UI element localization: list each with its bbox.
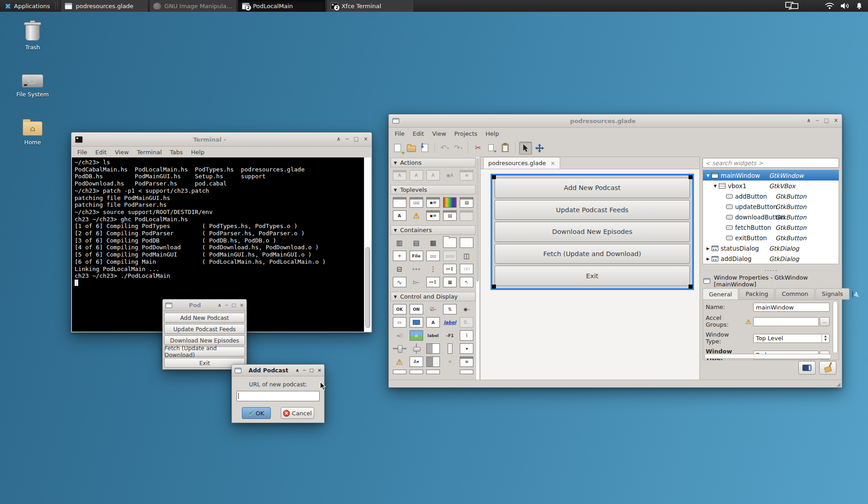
- desktop-icon-trash[interactable]: Trash: [12, 20, 53, 51]
- glade-titlebar[interactable]: podresources.glade ∧ ─ □ ×: [389, 114, 842, 128]
- pod-button-update-podcast-feeds[interactable]: Update Podcast Feeds: [164, 324, 245, 334]
- tree-row-vbox1[interactable]: ▼vbox1GtkVBox: [703, 181, 839, 191]
- accel-groups-field[interactable]: [753, 317, 819, 326]
- tree-row-exitButton[interactable]: exitButtonGtkButton: [703, 233, 839, 243]
- about-dialog-icon[interactable]: ▪≡: [426, 210, 440, 221]
- expander-icon[interactable]: ▼: [712, 184, 718, 188]
- progressbar-icon[interactable]: [426, 343, 440, 354]
- desktop-icon-home[interactable]: ⌂Home: [12, 117, 53, 146]
- cleanup-button[interactable]: [819, 361, 836, 375]
- expander-icon[interactable]: ▶: [705, 257, 711, 261]
- hbox-icon[interactable]: ▥: [393, 238, 406, 248]
- drag-handle[interactable]: [689, 175, 693, 179]
- menu-item-view[interactable]: View: [111, 148, 133, 157]
- tree-row-downloadButton[interactable]: downloadButtonGtkButton: [703, 212, 839, 222]
- rollup-icon[interactable]: ∧: [217, 303, 222, 308]
- action-list-icon[interactable]: ≡: [460, 170, 473, 181]
- maximize-icon[interactable]: □: [309, 368, 314, 373]
- tree-row-addDialog[interactable]: ▶addDialogGtkDialog: [703, 253, 839, 264]
- add-podcast-titlebar[interactable]: Add Podcast ∧ ─ □ ×: [232, 365, 324, 376]
- selector-button[interactable]: [519, 142, 532, 155]
- desktop-icon-file-system[interactable]: File System: [12, 69, 53, 98]
- rollup-icon[interactable]: ∧: [295, 368, 299, 373]
- dialog-icon[interactable]: ▫▫: [410, 197, 423, 208]
- togglebutton-icon[interactable]: ON: [410, 304, 423, 314]
- minimize-icon[interactable]: ─: [225, 303, 228, 308]
- fontbutton-icon[interactable]: A: [426, 317, 440, 328]
- volumebutton-icon[interactable]: ◄)): [393, 330, 406, 341]
- url-input[interactable]: [236, 391, 320, 401]
- copy-button[interactable]: ▸: [486, 142, 498, 154]
- menu-item-file[interactable]: File: [73, 148, 91, 157]
- pod-button-fetch-update-and-download-[interactable]: Fetch (Update and Download): [164, 347, 245, 357]
- tree-row-mainWindow[interactable]: ▼mainWindowGtkWindow: [703, 170, 839, 181]
- rollup-icon[interactable]: ∧: [336, 137, 340, 142]
- label-icon[interactable]: label: [426, 330, 440, 341]
- close-icon[interactable]: ×: [834, 118, 838, 124]
- viewport-icon[interactable]: ▦: [443, 277, 457, 287]
- menu-item-view[interactable]: View: [428, 129, 450, 138]
- ok-button[interactable]: ✔ OK: [242, 407, 271, 419]
- canvas-button-update-podcast-feeds[interactable]: Update Podcast Feeds: [495, 200, 690, 220]
- accellabel-icon[interactable]: –F1: [443, 330, 457, 341]
- close-icon[interactable]: ×: [317, 368, 321, 373]
- combobox-icon[interactable]: ▾: [460, 343, 473, 354]
- redo-button[interactable]: ↷▾: [452, 142, 464, 154]
- assistant-icon[interactable]: ▤: [443, 210, 457, 221]
- palette-section-actions[interactable]: ▼Actions: [391, 158, 476, 167]
- drag-handle[interactable]: [492, 285, 496, 289]
- rollup-icon[interactable]: ∧: [807, 118, 811, 124]
- properties-vscrollbar[interactable]: [833, 301, 838, 353]
- scrolledwindow-icon[interactable]: ↔↕: [426, 277, 440, 287]
- file-chooser-dialog-icon[interactable]: ▤: [460, 197, 473, 208]
- tree-row-statusDialog[interactable]: ▶statusDialogGtkDialog: [703, 243, 839, 253]
- image-icon[interactable]: ⌂: [410, 330, 423, 341]
- vpaned-icon[interactable]: ⊟: [393, 264, 406, 274]
- menu-item-help[interactable]: Help: [481, 129, 503, 138]
- linkbutton-icon[interactable]: label: [443, 317, 457, 328]
- vbox-icon[interactable]: ▤: [410, 238, 423, 248]
- action-group-icon[interactable]: A: [393, 170, 406, 181]
- tab-signals[interactable]: Signals: [816, 288, 849, 300]
- pod-button-download-new-episodes[interactable]: Download New Episodes: [164, 335, 245, 345]
- frame-icon[interactable]: [460, 238, 473, 248]
- close-icon[interactable]: ×: [240, 303, 244, 308]
- save-button[interactable]: ↓: [419, 142, 431, 154]
- widget-e-icon[interactable]: [460, 370, 473, 374]
- hpaned-icon[interactable]: ◫: [460, 251, 473, 261]
- font-chooser-dialog-icon[interactable]: A: [393, 210, 406, 221]
- palette-section-control-and-display[interactable]: ▼Control and Display: [391, 292, 476, 301]
- drag-resize-button[interactable]: [533, 142, 546, 154]
- tab-general[interactable]: General: [703, 288, 738, 300]
- layout-icon[interactable]: ↔↕: [443, 264, 457, 274]
- volume-icon[interactable]: [840, 2, 850, 10]
- vscale-icon[interactable]: [410, 343, 423, 354]
- cut-button[interactable]: ✂: [472, 142, 484, 154]
- menu-item-help[interactable]: Help: [187, 148, 209, 157]
- hbuttonbox-icon[interactable]: ▫▫: [426, 251, 440, 261]
- terminal-titlebar[interactable]: Terminal - ∧ ─ □ ×: [71, 133, 372, 147]
- pod-titlebar[interactable]: Pod ∧ ─ □ ×: [163, 300, 246, 311]
- name-field[interactable]: mainWindow: [753, 303, 830, 312]
- menu-item-file[interactable]: File: [391, 129, 409, 138]
- canvas-button-add-new-podcast[interactable]: Add New Podcast: [495, 178, 690, 198]
- devhelp-button[interactable]: [798, 361, 816, 375]
- menu-item-edit[interactable]: Edit: [409, 129, 428, 138]
- comboboxtext-icon[interactable]: A▾: [410, 357, 423, 367]
- entry-icon[interactable]: I: [460, 330, 473, 341]
- menu-item-edit[interactable]: Edit: [91, 148, 111, 157]
- maximize-icon[interactable]: □: [231, 303, 236, 308]
- maximize-icon[interactable]: □: [824, 118, 829, 124]
- table-icon[interactable]: ▦: [426, 238, 440, 248]
- checkbutton-icon[interactable]: ☑–: [426, 304, 440, 314]
- properties-hscrollbar[interactable]: [704, 354, 831, 359]
- tab-common[interactable]: Common: [775, 288, 815, 300]
- minimize-icon[interactable]: ─: [303, 368, 306, 373]
- menu-item-tabs[interactable]: Tabs: [166, 148, 187, 157]
- palette-section-toplevels[interactable]: ▼Toplevels: [391, 185, 476, 195]
- radiobutton-icon[interactable]: ◉–: [460, 304, 473, 314]
- tree-row-updateButton[interactable]: updateButtonGtkButton: [703, 201, 839, 212]
- canvas-button-fetch-update-and-download-[interactable]: Fetch (Update and Download): [495, 244, 690, 264]
- maximize-icon[interactable]: □: [354, 137, 359, 142]
- taskbar-item[interactable]: GNU Image Manipulation ...: [149, 0, 237, 12]
